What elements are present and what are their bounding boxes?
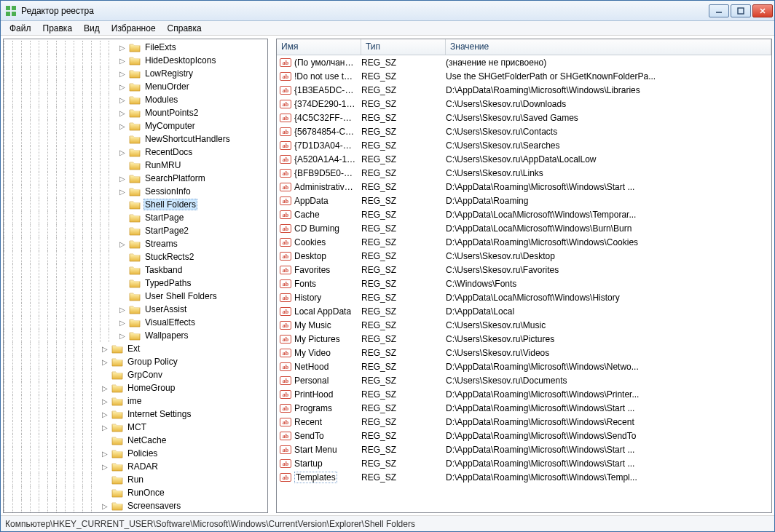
tree-item[interactable]: ▷ime	[4, 394, 267, 408]
value-row[interactable]: !Do not use this ...REG_SZUse the SHGetF…	[277, 69, 771, 83]
value-row[interactable]: PersonalREG_SZC:\Users\Skesov.ru\Documen…	[277, 373, 771, 387]
value-row[interactable]: NetHoodREG_SZD:\AppData\Roaming\Microsof…	[277, 360, 771, 373]
expander-icon[interactable]: ▷	[117, 330, 127, 341]
expander-icon[interactable]: ▷	[117, 121, 127, 131]
tree-item[interactable]: ▷RecentDocs	[4, 146, 267, 159]
tree-item[interactable]: ▷HideDesktopIcons	[4, 54, 267, 67]
expander-icon[interactable]: ▷	[117, 82, 127, 92]
expander-icon[interactable]: ▷	[100, 409, 110, 419]
value-row[interactable]: {4C5C32FF-BB9...REG_SZC:\Users\Skesov.ru…	[277, 111, 771, 124]
tree-item[interactable]: ▷HomeGroup	[4, 381, 267, 394]
value-row[interactable]: ProgramsREG_SZD:\AppData\Roaming\Microso…	[277, 401, 771, 415]
tree-item[interactable]: ▷RunMRU	[4, 159, 267, 172]
tree-item[interactable]: ▷RunOnce	[4, 486, 267, 499]
values-pane[interactable]: Имя Тип Значение (По умолчанию)REG_SZ(зн…	[276, 39, 772, 513]
tree-item[interactable]: ▷LowRegistry	[4, 67, 267, 80]
expander-icon[interactable]: ▷	[117, 108, 127, 118]
tree-item[interactable]: ▷VisualEffects	[4, 316, 267, 329]
tree-item[interactable]: ▷MyComputer	[4, 119, 267, 132]
tree-pane[interactable]: ▷FileExts▷HideDesktopIcons▷LowRegistry▷M…	[3, 39, 268, 513]
value-row[interactable]: RecentREG_SZD:\AppData\Roaming\Microsoft…	[277, 415, 771, 429]
tree-item[interactable]: ▷Wallpapers	[4, 329, 267, 342]
value-row[interactable]: My MusicREG_SZC:\Users\Skesov.ru\Music	[277, 318, 771, 332]
expander-icon[interactable]: ▷	[100, 422, 110, 432]
value-row[interactable]: HistoryREG_SZD:\AppData\Local\Microsoft\…	[277, 290, 771, 304]
tree-item[interactable]: ▷RADAR	[4, 460, 267, 473]
tree-item[interactable]: ▷MenuOrder	[4, 80, 267, 93]
tree-item[interactable]: ▷UserAssist	[4, 303, 267, 316]
tree-item[interactable]: ▷Group Policy	[4, 355, 267, 368]
expander-icon[interactable]: ▷	[100, 501, 110, 511]
col-value[interactable]: Значение	[446, 39, 771, 55]
tree-item[interactable]: ▷Run	[4, 473, 267, 486]
expander-icon[interactable]: ▷	[117, 42, 127, 52]
expander-icon[interactable]: ▷	[100, 344, 110, 354]
value-row[interactable]: Start MenuREG_SZD:\AppData\Roaming\Micro…	[277, 442, 771, 456]
value-row[interactable]: FavoritesREG_SZC:\Users\Skesov.ru\Favori…	[277, 263, 771, 277]
value-row[interactable]: {1B3EA5DC-B58...REG_SZD:\AppData\Roaming…	[277, 83, 771, 97]
value-row[interactable]: FontsREG_SZC:\Windows\Fonts	[277, 277, 771, 290]
value-row[interactable]: {A520A1A4-1780...REG_SZC:\Users\Skesov.r…	[277, 152, 771, 166]
value-row[interactable]: DesktopREG_SZC:\Users\Skesov.ru\Desktop	[277, 249, 771, 263]
expander-icon[interactable]: ▷	[117, 147, 127, 157]
value-row[interactable]: {56784854-C6CB...REG_SZC:\Users\Skesov.r…	[277, 124, 771, 138]
menu-view[interactable]: Вид	[78, 22, 106, 35]
value-row[interactable]: {374DE290-123F...REG_SZC:\Users\Skesov.r…	[277, 97, 771, 111]
maximize-button[interactable]	[731, 4, 751, 17]
value-row[interactable]: AppDataREG_SZD:\AppData\Roaming	[277, 194, 771, 207]
tree-item[interactable]: ▷StartPage	[4, 211, 267, 224]
tree-item[interactable]: ▷Streams	[4, 237, 267, 250]
value-row[interactable]: CacheREG_SZD:\AppData\Local\Microsoft\Wi…	[277, 207, 771, 221]
expander-icon[interactable]: ▷	[117, 304, 127, 314]
tree-item[interactable]: ▷SessionInfo	[4, 185, 267, 198]
menu-help[interactable]: Справка	[162, 22, 208, 35]
expander-icon[interactable]: ▷	[117, 95, 127, 105]
tree-item[interactable]: ▷Screensavers	[4, 499, 267, 512]
menu-file[interactable]: Файл	[4, 22, 37, 35]
expander-icon[interactable]: ▷	[117, 317, 127, 327]
tree-item[interactable]: ▷StuckRects2	[4, 250, 267, 263]
tree-item[interactable]: ▷SearchPlatform	[4, 172, 267, 185]
value-row[interactable]: Local AppDataREG_SZD:\AppData\Local	[277, 304, 771, 318]
value-row[interactable]: SendToREG_SZD:\AppData\Roaming\Microsoft…	[277, 429, 771, 442]
tree-item[interactable]: ▷Policies	[4, 447, 267, 460]
tree-item[interactable]: ▷Taskband	[4, 263, 267, 277]
menu-favorites[interactable]: Избранное	[106, 22, 162, 35]
tree-item[interactable]: ▷GrpConv	[4, 368, 267, 381]
value-row[interactable]: StartupREG_SZD:\AppData\Roaming\Microsof…	[277, 456, 771, 470]
expander-icon[interactable]: ▷	[117, 55, 127, 65]
expander-icon[interactable]: ▷	[100, 448, 110, 458]
expander-icon[interactable]: ▷	[100, 396, 110, 406]
value-row[interactable]: Administrative T...REG_SZD:\AppData\Roam…	[277, 180, 771, 194]
tree-item[interactable]: ▷Ext	[4, 342, 267, 355]
tree-item[interactable]: ▷MountPoints2	[4, 106, 267, 119]
value-row[interactable]: My PicturesREG_SZC:\Users\Skesov.ru\Pict…	[277, 332, 771, 346]
col-type[interactable]: Тип	[361, 39, 446, 55]
col-name[interactable]: Имя	[277, 39, 361, 55]
value-row[interactable]: {7D1D3A04-DEB...REG_SZC:\Users\Skesov.ru…	[277, 138, 771, 152]
tree-item[interactable]: ▷User Shell Folders	[4, 290, 267, 303]
close-button[interactable]	[752, 4, 773, 17]
tree-item[interactable]: ▷Shell Folders	[4, 198, 267, 211]
value-row[interactable]: CD BurningREG_SZD:\AppData\Local\Microso…	[277, 221, 771, 235]
value-row[interactable]: CookiesREG_SZD:\AppData\Roaming\Microsof…	[277, 235, 771, 249]
minimize-button[interactable]	[709, 4, 729, 17]
value-row[interactable]: {BFB9D5E0-C6A...REG_SZC:\Users\Skesov.ru…	[277, 166, 771, 180]
tree-item[interactable]: ▷TypedPaths	[4, 277, 267, 290]
tree-item[interactable]: ▷MCT	[4, 421, 267, 434]
value-row[interactable]: My VideoREG_SZC:\Users\Skesov.ru\Videos	[277, 346, 771, 360]
expander-icon[interactable]: ▷	[100, 461, 110, 472]
tree-item[interactable]: ▷NewShortcutHandlers	[4, 132, 267, 146]
tree-item[interactable]: ▷Modules	[4, 93, 267, 106]
tree-item[interactable]: ▷FileExts	[4, 41, 267, 54]
tree-item[interactable]: ▷StartPage2	[4, 224, 267, 237]
expander-icon[interactable]: ▷	[117, 239, 127, 249]
expander-icon[interactable]: ▷	[117, 173, 127, 183]
expander-icon[interactable]: ▷	[117, 68, 127, 79]
expander-icon[interactable]: ▷	[117, 186, 127, 196]
tree-item[interactable]: ▷Internet Settings	[4, 408, 267, 421]
splitter[interactable]	[270, 36, 274, 515]
expander-icon[interactable]: ▷	[100, 383, 110, 393]
tree-item[interactable]: ▷NetCache	[4, 434, 267, 447]
value-row[interactable]: (По умолчанию)REG_SZ(значение не присвое…	[277, 55, 771, 69]
